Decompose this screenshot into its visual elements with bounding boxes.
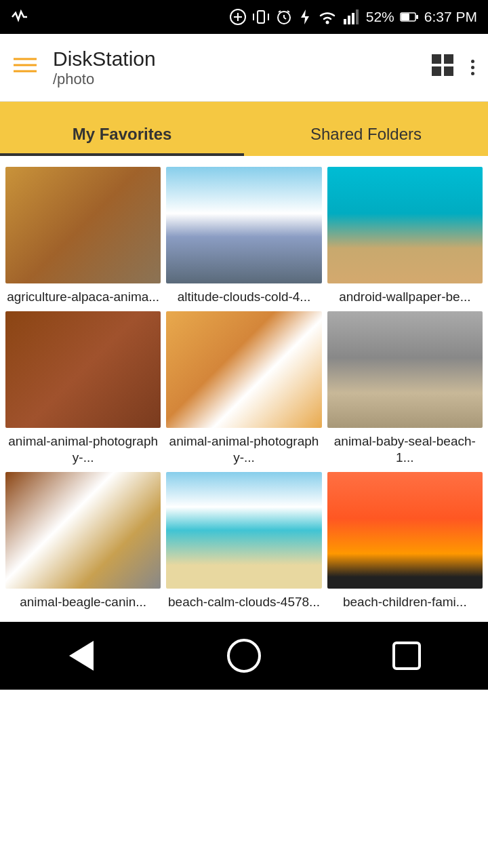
header-title-group: DiskStation /photo [53,47,430,88]
recent-apps-button[interactable] [386,635,427,676]
svg-rect-13 [344,19,346,24]
svg-rect-24 [444,54,453,64]
battery-percent: 52% [366,9,394,25]
photo-grid: agriculture-alpaca-anima... altitude-clo… [0,156,488,622]
photo-thumbnail [327,311,483,428]
svg-point-12 [325,21,329,24]
activity-icon [11,7,30,26]
grid-view-button[interactable] [430,53,455,82]
more-options-button[interactable] [471,60,474,75]
list-item[interactable]: altitude-clouds-cold-4... [166,167,321,306]
vibrate-icon [252,8,270,26]
svg-rect-18 [401,14,409,20]
svg-line-8 [284,18,286,19]
photo-thumbnail [327,167,483,283]
tab-my-favorites[interactable]: My Favorites [0,125,244,156]
svg-rect-25 [432,66,441,76]
svg-marker-11 [301,9,309,24]
back-button[interactable] [61,635,102,676]
app-name: DiskStation [53,47,430,71]
photo-thumbnail [166,472,321,589]
app-header: DiskStation /photo [0,34,488,102]
current-path: /photo [53,71,430,88]
svg-rect-3 [258,11,264,23]
tab-shared-folders[interactable]: Shared Folders [244,125,488,156]
svg-rect-19 [416,15,418,19]
photo-label: beach-calm-clouds-4578... [167,594,321,611]
boost-icon [298,8,312,26]
list-item[interactable]: android-wallpaper-be... [327,167,483,306]
svg-rect-15 [352,13,354,24]
tab-bar: My Favorites Shared Folders [0,102,488,156]
time-display: 6:37 PM [424,9,477,25]
photo-thumbnail [5,311,161,428]
photo-thumbnail [327,472,483,589]
list-item[interactable]: animal-beagle-canin... [5,472,161,611]
photo-label: animal-animal-photography-... [166,433,321,467]
photo-label: agriculture-alpaca-anima... [5,289,161,306]
battery-icon [400,11,419,23]
hamburger-menu[interactable] [14,55,37,80]
photo-label: animal-animal-photography-... [5,433,161,467]
list-item[interactable]: animal-baby-seal-beach-1... [327,311,483,467]
list-item[interactable]: animal-animal-photography-... [5,311,161,467]
status-right: 52% 6:37 PM [229,8,477,26]
signal-icon [343,8,361,26]
list-item[interactable]: beach-children-fami... [327,472,483,611]
photo-thumbnail [5,167,161,283]
header-actions [430,53,474,82]
home-button[interactable] [224,635,264,676]
list-item[interactable]: agriculture-alpaca-anima... [5,167,161,306]
svg-rect-26 [444,66,453,76]
photo-label: altitude-clouds-cold-4... [176,289,312,306]
photo-label: beach-children-fami... [342,594,468,611]
nav-bar [0,622,488,690]
photo-thumbnail [166,311,321,428]
wifi-icon [317,8,338,26]
list-item[interactable]: beach-calm-clouds-4578... [166,472,321,611]
photo-label: android-wallpaper-be... [338,289,472,306]
status-left [11,7,30,26]
photo-label: animal-beagle-canin... [18,594,148,611]
sync-icon [229,8,247,26]
photo-label: animal-baby-seal-beach-1... [327,433,483,467]
svg-rect-23 [432,54,441,64]
svg-rect-16 [356,9,359,24]
list-item[interactable]: animal-animal-photography-... [166,311,321,467]
svg-rect-14 [348,16,350,24]
status-bar: 52% 6:37 PM [0,0,488,34]
photo-thumbnail [166,167,321,283]
photo-thumbnail [5,472,161,589]
alarm-icon [275,8,293,26]
